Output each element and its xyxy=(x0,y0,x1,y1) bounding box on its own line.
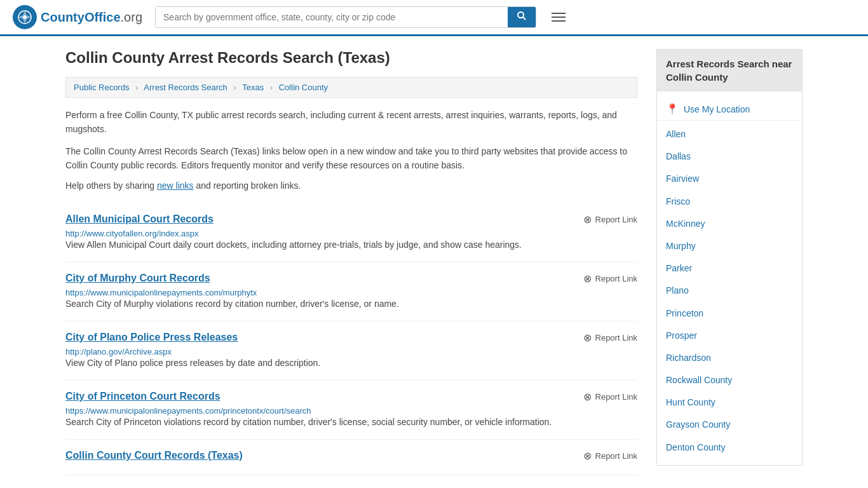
header: CountyOffice.org xyxy=(0,0,868,36)
record-url-2[interactable]: http://plano.gov/Archive.aspx xyxy=(65,347,172,356)
sidebar-link-plano[interactable]: Plano xyxy=(657,280,802,302)
record-item: City of Plano Police Press Releases ⊗ Re… xyxy=(65,322,637,381)
menu-button[interactable] xyxy=(549,10,568,24)
svg-point-2 xyxy=(518,12,524,18)
intro-paragraph-2: The Collin County Arrest Records Search … xyxy=(65,144,637,173)
breadcrumb-link-arrest-records[interactable]: Arrest Records Search xyxy=(144,83,227,92)
menu-line-2 xyxy=(552,17,566,18)
records-list: Allen Municipal Court Records ⊗ Report L… xyxy=(65,203,637,475)
record-header: City of Princeton Court Records ⊗ Report… xyxy=(65,391,637,403)
report-icon-4: ⊗ xyxy=(583,450,592,462)
sidebar-title: Arrest Records Search near Collin County xyxy=(657,50,802,92)
sidebar-link-murphy[interactable]: Murphy xyxy=(657,235,802,257)
sidebar-link-allen[interactable]: Allen xyxy=(657,123,802,146)
record-title-0[interactable]: Allen Municipal Court Records xyxy=(65,214,214,225)
page-title: Collin County Arrest Records Search (Tex… xyxy=(65,49,637,67)
intro-paragraph-1: Perform a free Collin County, TX public … xyxy=(65,108,637,137)
breadcrumb-sep-3: › xyxy=(270,83,273,92)
record-desc-3: Search City of Princeton violations reco… xyxy=(65,416,637,429)
record-desc-2: View City of Plano police press releases… xyxy=(65,356,637,370)
breadcrumb-link-collin-county[interactable]: Collin County xyxy=(279,83,328,92)
record-url-3[interactable]: https://www.municipalonlinepayments.com/… xyxy=(65,406,311,416)
record-desc-0: View Allen Municipal Court daily court d… xyxy=(65,238,637,252)
record-header: City of Murphy Court Records ⊗ Report Li… xyxy=(65,273,637,285)
search-bar xyxy=(155,6,536,28)
sidebar-link-princeton[interactable]: Princeton xyxy=(657,302,802,325)
main-container: Collin County Arrest Records Search (Tex… xyxy=(53,36,815,488)
sidebar-link-dallas[interactable]: Dallas xyxy=(657,146,802,168)
sidebar-link-parker[interactable]: Parker xyxy=(657,257,802,280)
sidebar-link-rockwall-county[interactable]: Rockwall County xyxy=(657,369,802,391)
breadcrumb-link-public-records[interactable]: Public Records xyxy=(74,83,129,92)
sidebar-links: AllenDallasFairviewFriscoMcKinneyMurphyP… xyxy=(657,123,802,459)
report-label-0: Report Link xyxy=(595,215,637,224)
menu-line-1 xyxy=(552,13,566,14)
sidebar-link-grayson-county[interactable]: Grayson County xyxy=(657,414,802,436)
use-location-button[interactable]: 📍 Use My Location xyxy=(657,98,802,121)
logo-link[interactable]: CountyOffice.org xyxy=(13,5,142,29)
record-item: Allen Municipal Court Records ⊗ Report L… xyxy=(65,203,637,262)
search-input[interactable] xyxy=(156,7,508,27)
logo-text: CountyOffice.org xyxy=(41,10,142,25)
record-desc-1: Search City of Murphy violations record … xyxy=(65,297,637,311)
report-link-3[interactable]: ⊗ Report Link xyxy=(583,391,637,403)
record-header: Allen Municipal Court Records ⊗ Report L… xyxy=(65,214,637,226)
breadcrumb-sep-2: › xyxy=(233,83,236,92)
record-item: City of Princeton Court Records ⊗ Report… xyxy=(65,381,637,440)
search-icon xyxy=(517,11,527,21)
sidebar-link-denton-county[interactable]: Denton County xyxy=(657,437,802,459)
report-icon-1: ⊗ xyxy=(583,273,592,285)
record-url-1[interactable]: https://www.municipalonlinepayments.com/… xyxy=(65,288,257,297)
logo-icon xyxy=(13,5,37,29)
record-item: Collin County Court Records (Texas) ⊗ Re… xyxy=(65,440,637,475)
report-label-4: Report Link xyxy=(595,451,637,461)
search-button[interactable] xyxy=(508,7,536,27)
breadcrumb-sep-1: › xyxy=(135,83,138,92)
sidebar-content: 📍 Use My Location AllenDallasFairviewFri… xyxy=(657,92,802,465)
sidebar-link-hunt-county[interactable]: Hunt County xyxy=(657,391,802,414)
report-icon-2: ⊗ xyxy=(583,332,592,344)
report-link-0[interactable]: ⊗ Report Link xyxy=(583,214,637,226)
menu-line-3 xyxy=(552,20,566,22)
report-label-3: Report Link xyxy=(595,392,637,402)
sidebar-box: Arrest Records Search near Collin County… xyxy=(656,49,803,466)
sidebar-link-frisco[interactable]: Frisco xyxy=(657,191,802,213)
breadcrumb: Public Records › Arrest Records Search ›… xyxy=(65,77,637,98)
use-location-label: Use My Location xyxy=(684,104,750,114)
record-title-4[interactable]: Collin County Court Records (Texas) xyxy=(65,450,243,461)
report-link-4[interactable]: ⊗ Report Link xyxy=(583,450,637,462)
report-label-2: Report Link xyxy=(595,333,637,342)
sidebar: Arrest Records Search near Collin County… xyxy=(656,49,803,475)
location-icon: 📍 xyxy=(666,103,679,115)
record-url-0[interactable]: http://www.cityofallen.org/index.aspx xyxy=(65,229,199,238)
record-header: Collin County Court Records (Texas) ⊗ Re… xyxy=(65,450,637,462)
breadcrumb-link-texas[interactable]: Texas xyxy=(242,83,264,92)
sidebar-link-richardson[interactable]: Richardson xyxy=(657,347,802,369)
svg-line-3 xyxy=(523,17,526,20)
sidebar-link-prosper[interactable]: Prosper xyxy=(657,325,802,347)
report-label-1: Report Link xyxy=(595,274,637,283)
svg-point-1 xyxy=(24,16,27,19)
content-area: Collin County Arrest Records Search (Tex… xyxy=(65,49,637,475)
report-link-2[interactable]: ⊗ Report Link xyxy=(583,332,637,344)
report-icon-3: ⊗ xyxy=(583,391,592,403)
report-icon-0: ⊗ xyxy=(583,214,592,226)
report-link-1[interactable]: ⊗ Report Link xyxy=(583,273,637,285)
record-header: City of Plano Police Press Releases ⊗ Re… xyxy=(65,332,637,344)
sidebar-link-fairview[interactable]: Fairview xyxy=(657,168,802,190)
share-text: Help others by sharing new links and rep… xyxy=(65,180,637,191)
record-title-3[interactable]: City of Princeton Court Records xyxy=(65,391,220,402)
record-title-2[interactable]: City of Plano Police Press Releases xyxy=(65,332,238,343)
record-title-1[interactable]: City of Murphy Court Records xyxy=(65,273,210,284)
new-links-link[interactable]: new links xyxy=(157,180,194,191)
sidebar-link-mckinney[interactable]: McKinney xyxy=(657,213,802,235)
record-item: City of Murphy Court Records ⊗ Report Li… xyxy=(65,262,637,322)
